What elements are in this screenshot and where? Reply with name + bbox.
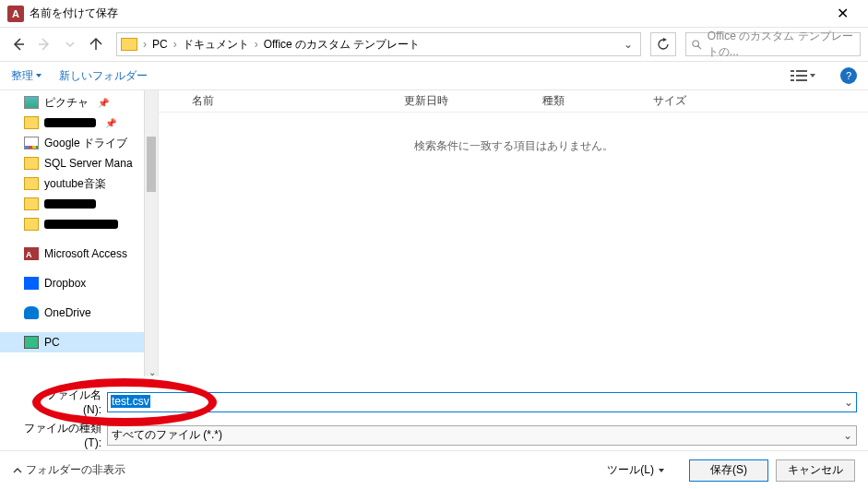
redacted-label — [44, 118, 96, 127]
search-input[interactable]: Office のカスタム テンプレートの... — [685, 32, 861, 56]
pictures-icon — [24, 96, 39, 109]
view-options-button[interactable] — [791, 69, 816, 82]
recent-dropdown[interactable] — [59, 33, 81, 55]
sidebar-item-redacted[interactable]: 📌 — [0, 113, 158, 133]
sidebar-item-pc[interactable]: PC — [0, 332, 158, 352]
up-button[interactable] — [85, 33, 107, 55]
access-icon: A — [24, 247, 39, 260]
organize-menu[interactable]: 整理 — [11, 68, 42, 84]
folder-icon — [24, 157, 39, 170]
sidebar-item-youtube-music[interactable]: youtube音楽 — [0, 173, 158, 194]
column-date[interactable]: 更新日時 — [404, 93, 542, 109]
pin-icon: 📌 — [98, 98, 109, 108]
scrollbar-thumb[interactable] — [147, 137, 156, 192]
svg-rect-8 — [796, 75, 807, 77]
filetype-label: ファイルの種類(T): — [22, 421, 107, 449]
sidebar-item-redacted[interactable] — [0, 194, 158, 214]
redacted-label — [44, 199, 96, 209]
forward-button[interactable] — [33, 33, 55, 55]
help-button[interactable]: ? — [840, 67, 857, 84]
access-app-icon: A — [7, 6, 24, 22]
folder-icon — [24, 197, 39, 210]
sidebar-item-google-drive[interactable]: Google ドライブ — [0, 133, 158, 153]
bottom-bar: フォルダーの非表示 ツール(L) 保存(S) キャンセル — [0, 450, 868, 489]
pin-icon: 📌 — [105, 118, 116, 128]
chevron-down-icon — [65, 40, 75, 49]
sidebar-item-access[interactable]: AMicrosoft Access — [0, 244, 158, 264]
sidebar-scrollbar[interactable] — [144, 90, 158, 376]
sidebar-item-pictures[interactable]: ピクチャ📌 — [0, 92, 158, 113]
pc-icon — [24, 336, 39, 349]
svg-line-4 — [698, 45, 701, 48]
main-area: ピクチャ📌 📌 Google ドライブ SQL Server Mana yout… — [0, 90, 868, 376]
window-title: 名前を付けて保存 — [30, 6, 824, 21]
back-button[interactable] — [7, 33, 30, 55]
save-button[interactable]: 保存(S) — [689, 459, 768, 482]
breadcrumb-pc[interactable]: PC — [150, 38, 170, 51]
filename-label: ファイル名(N): — [33, 388, 107, 416]
tools-menu[interactable]: ツール(L) — [607, 462, 665, 478]
column-name[interactable]: 名前 — [192, 93, 404, 109]
sidebar-expand-toggle[interactable]: ⌄ — [147, 367, 158, 376]
filename-dropdown[interactable]: ⌄ — [844, 396, 853, 409]
folder-icon — [24, 177, 39, 190]
toolbar: 整理 新しいフォルダー ? — [0, 61, 868, 90]
breadcrumb[interactable]: › PC › ドキュメント › Office のカスタム テンプレート ⌄ — [116, 32, 641, 56]
new-folder-button[interactable]: 新しいフォルダー — [59, 68, 148, 84]
refresh-icon — [657, 38, 670, 51]
onedrive-icon — [24, 306, 39, 319]
svg-rect-9 — [791, 79, 794, 81]
filename-input[interactable] — [107, 392, 857, 412]
google-drive-icon — [24, 137, 39, 149]
sidebar-item-onedrive[interactable]: OneDrive — [0, 303, 158, 323]
svg-rect-7 — [791, 75, 794, 77]
filetype-combo[interactable]: すべてのファイル (*.*) ⌄ — [107, 425, 857, 446]
filename-row: ファイル名(N): test.csv ⌄ — [0, 382, 868, 419]
cancel-button[interactable]: キャンセル — [776, 459, 855, 482]
breadcrumb-dropdown[interactable]: ⌄ — [624, 38, 633, 51]
redacted-label — [44, 220, 118, 229]
chevron-right-icon: › — [255, 38, 258, 51]
sidebar-item-redacted[interactable] — [0, 214, 158, 234]
column-size[interactable]: サイズ — [653, 93, 727, 109]
chevron-up-icon — [13, 466, 22, 475]
dropbox-icon — [24, 277, 39, 290]
nav-bar: › PC › ドキュメント › Office のカスタム テンプレート ⌄ Of… — [0, 28, 868, 61]
hide-folders-button[interactable]: フォルダーの非表示 — [13, 462, 125, 478]
svg-rect-5 — [791, 70, 794, 72]
column-headers: 名前 更新日時 種類 サイズ — [159, 90, 868, 113]
empty-message: 検索条件に一致する項目はありません。 — [159, 113, 868, 154]
chevron-down-icon — [35, 72, 42, 79]
svg-rect-10 — [796, 79, 807, 81]
filename-selected-text: test.csv — [111, 395, 150, 408]
view-icon — [791, 69, 807, 82]
folder-icon — [121, 38, 137, 51]
refresh-button[interactable] — [650, 32, 676, 56]
chevron-right-icon: › — [143, 38, 147, 51]
svg-point-3 — [693, 40, 699, 46]
breadcrumb-current[interactable]: Office のカスタム テンプレート — [262, 37, 422, 53]
search-icon — [692, 39, 702, 51]
filetype-dropdown[interactable]: ⌄ — [843, 429, 852, 442]
arrow-right-icon — [37, 37, 52, 52]
svg-rect-6 — [796, 70, 807, 72]
arrow-up-icon — [89, 37, 103, 52]
filetype-value: すべてのファイル (*.*) — [112, 427, 222, 443]
sidebar: ピクチャ📌 📌 Google ドライブ SQL Server Mana yout… — [0, 90, 159, 376]
chevron-down-icon — [658, 467, 665, 474]
folder-icon — [24, 218, 39, 231]
chevron-down-icon — [809, 72, 816, 79]
sidebar-item-dropbox[interactable]: Dropbox — [0, 273, 158, 293]
chevron-right-icon: › — [173, 38, 177, 51]
close-button[interactable]: ✕ — [824, 5, 861, 22]
arrow-left-icon — [11, 37, 26, 52]
breadcrumb-documents[interactable]: ドキュメント — [181, 37, 251, 53]
search-placeholder: Office のカスタム テンプレートの... — [707, 29, 854, 60]
sidebar-item-sql-server[interactable]: SQL Server Mana — [0, 153, 158, 173]
column-type[interactable]: 種類 — [542, 93, 653, 109]
folder-icon — [24, 116, 39, 129]
titlebar: A 名前を付けて保存 ✕ — [0, 0, 868, 28]
file-list-area: 名前 更新日時 種類 サイズ 検索条件に一致する項目はありません。 — [159, 90, 868, 376]
